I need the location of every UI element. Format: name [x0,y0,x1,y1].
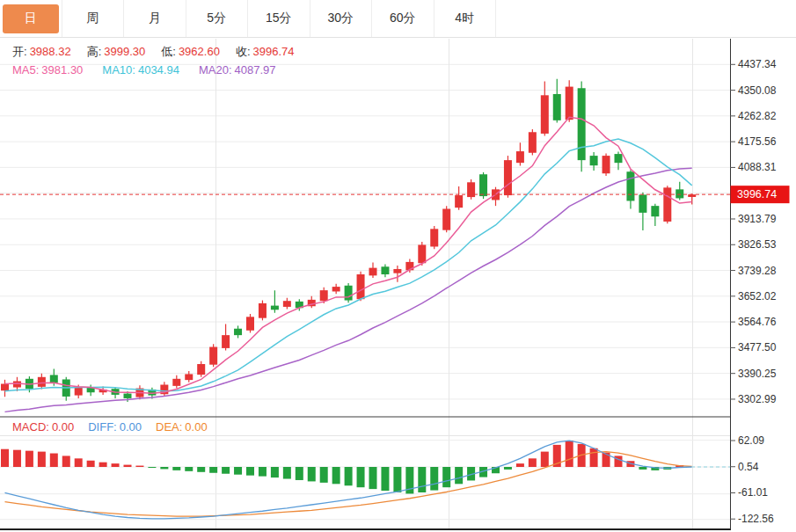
macd-bar [26,451,33,467]
candle-body [13,381,21,387]
candle-body [516,151,524,163]
current-price-tag: 3996.74 [731,186,790,203]
macd-bar [50,454,58,467]
tab-label: 60分 [375,4,431,33]
price-axis-labels: 4437.344350.084262.824175.564088.313913.… [730,58,777,405]
candle-body [626,171,634,200]
candle-body [541,95,549,134]
tab-label: 周 [64,4,120,33]
candle-body [663,187,671,222]
legend-label: MA20: [199,63,232,77]
macd-bar [271,467,279,477]
tab-label: 月 [127,4,183,33]
candle-body [602,156,610,173]
candle-body [590,156,598,165]
candle-body [639,194,646,212]
candle-body [246,317,254,330]
macd-bar [455,467,463,484]
candle-body [676,189,683,198]
macd-tick-label: -61.01 [738,486,768,499]
candle-body [529,132,537,152]
legend-value: 3981.30 [41,63,83,77]
candle-body [234,329,242,335]
legend-label: MACD: [12,420,49,434]
macd-bar [369,467,377,489]
macd-bar [296,467,303,480]
macd-bar [393,467,401,492]
legend-label: 高: [87,44,102,60]
candle-body [271,306,279,310]
tab-15min[interactable]: 15分 [248,0,310,37]
macd-bar [124,465,132,467]
candle-body [369,268,377,276]
ohlc-legend-item: 高:3999.30 [87,44,146,60]
legend-value: 4087.97 [235,63,276,77]
macd-bar [357,467,365,487]
candle-body [259,303,267,318]
candle-body [345,286,353,301]
ohlc-legend-item: 低:3962.60 [161,44,220,60]
candle-body [381,266,389,274]
macd-bar [172,467,180,470]
ma-legend-item: MA10:4034.94 [102,63,179,77]
price-tick-label: 4088.31 [738,161,777,173]
tab-4hour[interactable]: 4时 [435,0,497,37]
candle-body [222,335,230,348]
candle-body [185,374,193,380]
candle-body [1,384,9,391]
macd-bar [308,467,316,481]
macd-legend-item: DEA:0.00 [156,420,208,434]
legend-value: 4034.94 [138,63,179,77]
candle-body [566,87,573,120]
macd-bar [345,467,353,485]
ohlc-legend-item: 收:3996.74 [236,44,295,60]
kline-chart[interactable]: 4437.344350.084262.824175.564088.313913.… [0,0,796,532]
ma5-line [5,117,692,393]
macd-bar [504,467,512,470]
price-tag-label: 3996.74 [737,188,777,200]
macd-bar [112,463,120,467]
candle-body [393,269,401,273]
candle-body [615,154,623,163]
tab-day[interactable]: 日 [0,0,62,37]
legend-label: 开: [12,44,27,60]
candle-body [283,301,291,307]
macd-bar [430,467,438,491]
candle-body [357,274,365,299]
tab-5min[interactable]: 5分 [186,0,249,37]
legend-label: DIFF: [88,420,117,434]
tab-week[interactable]: 周 [62,0,125,37]
macd-bar [197,467,205,472]
macd-bar [529,458,537,467]
price-tick-label: 4175.56 [738,135,777,148]
macd-bar [283,467,291,479]
macd-bar [62,455,70,467]
candle-body [504,160,512,195]
macd-bar [13,450,21,467]
tab-30min[interactable]: 30分 [310,0,373,37]
tab-60min[interactable]: 60分 [372,0,435,37]
legend-value: 0.00 [185,420,207,434]
macd-bar [639,467,646,470]
legend-value: 3988.32 [30,45,71,58]
macd-bar [516,463,524,467]
macd-bar [541,452,549,467]
macd-bar [234,467,242,475]
candle-body [50,375,58,383]
macd-bar [135,466,143,467]
tab-month[interactable]: 月 [124,0,186,37]
price-tick-label: 4262.82 [738,110,777,122]
macd-bar [332,467,340,484]
legend-label: MA10: [102,63,135,77]
price-tick-label: 3302.99 [738,393,777,405]
macd-bar [442,467,450,487]
legend-value: 3962.60 [179,45,220,58]
candle-body [332,287,340,291]
macd-bar [75,458,83,467]
candle-body [418,244,426,263]
macd-tick-label: -122.56 [738,513,774,525]
legend-value: 3996.74 [253,45,295,58]
tab-label: 日 [3,4,59,33]
macd-bar [222,467,230,474]
macd-bar [320,467,328,483]
